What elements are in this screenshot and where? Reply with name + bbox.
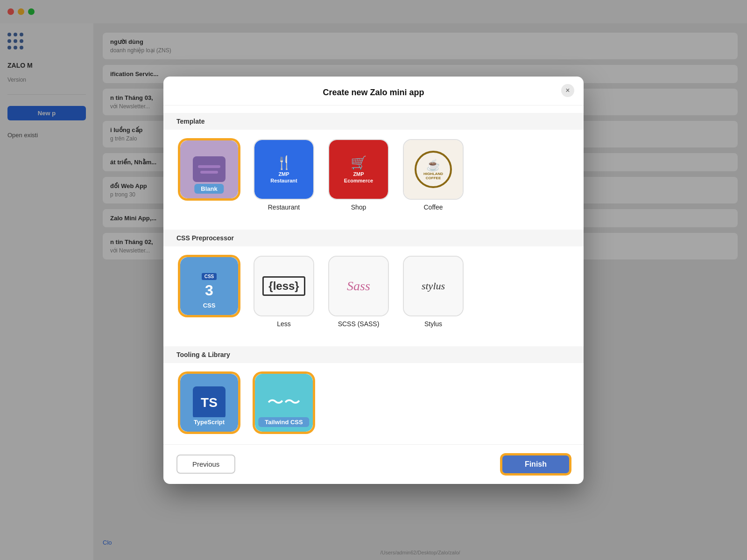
template-icon-stylus: stylus <box>403 256 464 316</box>
modal-close-button[interactable]: × <box>561 84 574 97</box>
less-label: Less <box>277 320 291 328</box>
shop-label: Shop <box>351 203 366 211</box>
modal-body: Template Blank <box>163 105 584 444</box>
template-item-css[interactable]: CSS 3 CSS <box>176 256 242 328</box>
template-item-coffee[interactable]: ☕ HIGHLANDCOFFEE Coffee <box>401 139 466 211</box>
create-modal: Create new Zalo mini app × Template <box>163 77 584 484</box>
template-item-stylus[interactable]: stylus Stylus <box>401 256 466 328</box>
tooling-section-header: Tooling & Library <box>163 346 584 363</box>
template-icon-css: CSS 3 CSS <box>179 256 240 316</box>
template-icon-shop: 🛒 ZMP Ecommerce <box>328 139 389 200</box>
template-icon-less: {less} <box>254 256 314 316</box>
blank-badge: Blank <box>194 184 224 194</box>
tailwind-badge: Tailwind CSS <box>258 417 309 427</box>
template-items: Blank 🍴 ZMP Restaurant Restaurant <box>176 130 571 215</box>
finish-button[interactable]: Finish <box>501 454 571 475</box>
template-item-shop[interactable]: 🛒 ZMP Ecommerce Shop <box>326 139 391 211</box>
restaurant-label: Restaurant <box>268 203 300 211</box>
css-section-header: CSS Preprocessor <box>163 230 584 246</box>
modal-header: Create new Zalo mini app × <box>163 77 584 105</box>
template-item-tailwind[interactable]: 〜〜 Tailwind CSS <box>251 372 317 433</box>
template-icon-typescript: TS TypeScript <box>179 372 240 433</box>
coffee-label: Coffee <box>424 203 443 211</box>
template-icon-blank: Blank <box>179 139 240 200</box>
template-section-header: Template <box>163 113 584 130</box>
template-icon-coffee: ☕ HIGHLANDCOFFEE <box>403 139 464 200</box>
template-item-typescript[interactable]: TS TypeScript <box>176 372 242 433</box>
tooling-items: TS TypeScript 〜〜 Tailwind CSS <box>176 363 571 437</box>
css-items: CSS 3 CSS {less} Less <box>176 246 571 331</box>
modal-overlay: Create new Zalo mini app × Template <box>0 0 747 560</box>
css-preprocessor-section: CSS Preprocessor CSS 3 CSS <box>163 222 584 339</box>
template-item-scss[interactable]: Sass SCSS (SASS) <box>326 256 391 328</box>
template-item-restaurant[interactable]: 🍴 ZMP Restaurant Restaurant <box>251 139 317 211</box>
template-item-blank[interactable]: Blank <box>176 139 242 211</box>
template-item-less[interactable]: {less} Less <box>251 256 317 328</box>
stylus-label: Stylus <box>424 320 442 328</box>
scss-label: SCSS (SASS) <box>338 320 380 328</box>
tooling-section: Tooling & Library TS TypeScript <box>163 339 584 444</box>
css-badge: CSS <box>197 301 222 310</box>
modal-footer: Previous Finish <box>163 444 584 484</box>
template-icon-scss: Sass <box>328 256 389 316</box>
modal-title: Create new Zalo mini app <box>323 88 424 97</box>
template-icon-tailwind: 〜〜 Tailwind CSS <box>254 372 314 433</box>
typescript-badge: TypeScript <box>187 417 231 427</box>
template-icon-restaurant: 🍴 ZMP Restaurant <box>254 139 314 200</box>
previous-button[interactable]: Previous <box>176 455 235 474</box>
template-section: Template Blank <box>163 105 584 222</box>
